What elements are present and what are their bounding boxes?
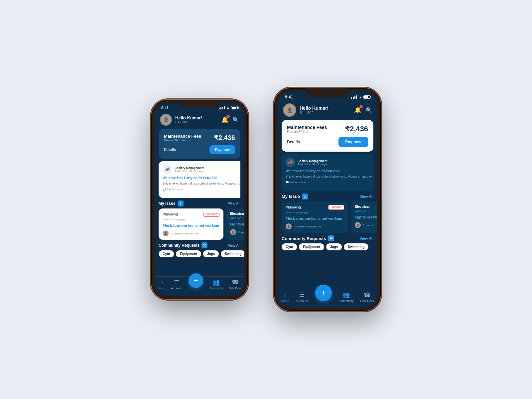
search-icon-large[interactable]: 🔍 — [365, 107, 372, 113]
battery-large — [363, 95, 370, 99]
announcement-body-1-large: This time we have a dress code of white … — [286, 175, 373, 179]
issues-icon-large: ☰ — [299, 291, 305, 299]
status-time-small: 9:41 — [161, 106, 169, 110]
issues-title-small: My Issue 2 — [159, 200, 184, 206]
issue-assignee-2-small: 👤 Rony is fi — [230, 229, 245, 235]
scroll-area-large: Maintenance Fees Due on 30th Jan ₹2,436 … — [278, 120, 377, 289]
app-header-large: 👤 Hello Kumar! B1 - 302 🔔 1 🔍 — [278, 101, 377, 120]
nav-community-small[interactable]: 👥 Community — [209, 279, 223, 290]
community-tags-large: Gym Equipment Jogs Swimming — [278, 243, 377, 250]
urgent-badge-1-small: URGENT — [203, 212, 219, 217]
fab-large[interactable]: + — [315, 285, 332, 301]
issues-view-all-small[interactable]: View All — [228, 201, 240, 205]
nav-issues-small[interactable]: ☰ All Issues — [171, 279, 182, 290]
wifi-icon-large: ▲ — [359, 95, 362, 99]
community-icon-small: 👥 — [212, 279, 220, 286]
issue-category-2-large: Electrical — [355, 205, 369, 208]
avatar-small: 👤 — [160, 114, 172, 126]
pay-button-large[interactable]: Pay now — [338, 137, 368, 147]
nav-community-large[interactable]: 👥 Community — [338, 291, 354, 303]
status-icons-large: ▲ — [351, 95, 370, 99]
tag-swimming-large[interactable]: Swimming — [344, 243, 368, 250]
tag-gym-large[interactable]: Gym — [282, 243, 297, 250]
issue-assignee-1-large: 👤 Assigned to Ramesh H — [286, 223, 344, 229]
announcement-time-1-large: Amit Saha • 32 mins ago — [298, 163, 373, 166]
issue-assignee-1-small: 👤 Assigned to Ramesh H — [163, 230, 219, 236]
issue-id-2-large: #447 • 45 min — [355, 210, 377, 213]
community-label-large: Community — [338, 299, 354, 303]
issue-title-2-large: Lights in l working. — [355, 215, 377, 219]
maintenance-card-small: Maintenance Fees Due on 30th Jan ₹2,436 … — [159, 129, 240, 159]
phone-large: 9:41 ▲ — [274, 88, 381, 311]
issue-assignee-2-large: 👤 Rony is fi — [355, 222, 377, 228]
tag-gym-small[interactable]: Gym — [159, 250, 174, 257]
screen-large: 👤 Hello Kumar! B1 - 302 🔔 1 🔍 — [278, 101, 377, 305]
nav-helpdesk-large[interactable]: ☎ Help Desk — [360, 291, 374, 303]
nav-issues-large[interactable]: ☰ All Issues — [296, 291, 309, 303]
tag-jogs-small[interactable]: Jogs — [203, 250, 219, 257]
details-button-small[interactable]: Details — [164, 148, 176, 152]
community-view-all-large[interactable]: View All — [359, 236, 373, 240]
pay-button-small[interactable]: Pay now — [209, 145, 235, 154]
tag-swimming-small[interactable]: Swimming — [221, 250, 244, 257]
announcement-comments-1-large: 💬 15 Comments — [286, 181, 373, 184]
assignee-avatar-1-small: 👤 — [163, 230, 169, 236]
community-label-small: Community — [209, 287, 223, 290]
notification-icon-large[interactable]: 🔔 1 — [354, 106, 361, 114]
issues-title-large: My Issue 2 — [282, 194, 308, 200]
assignee-avatar-2-large: 👤 — [355, 222, 361, 228]
issues-badge-small: 2 — [178, 200, 184, 206]
tag-equipment-small[interactable]: Equipment — [176, 250, 201, 257]
maintenance-due-small: Due on 30th Jan — [164, 139, 201, 142]
announcements-scroll-large: 📣 Society Management Amit Saha • 32 mins… — [282, 154, 373, 191]
community-view-all-small[interactable]: View All — [228, 244, 240, 247]
issue-id-1-small: #434 • 45 mins ago — [163, 218, 219, 221]
notification-icon-small[interactable]: 🔔 1 — [221, 116, 228, 123]
maintenance-due-large: Due on 30th Jan — [287, 130, 327, 134]
issues-scroll-large: Plumbing URGENT #434 • 45 mins ago The b… — [278, 201, 377, 233]
phone-small: 9:41 ▲ — [151, 100, 248, 299]
issue-card-1-small: Plumbing URGENT #434 • 45 mins ago The b… — [159, 208, 223, 240]
home-label-small: Home — [158, 287, 165, 290]
community-badge-small: 30 — [201, 242, 207, 248]
screen-small: 👤 Hello Kumar! B1 - 302 🔔 1 🔍 — [155, 111, 244, 292]
user-name-large: Hello Kumar! — [300, 105, 354, 111]
header-icons-small: 🔔 1 🔍 — [221, 116, 239, 123]
announcement-card-1-large: 📣 Society Management Amit Saha • 32 mins… — [282, 154, 373, 191]
home-label-large: Home — [281, 299, 289, 303]
community-tags-small: Gym Equipment Jogs Swimming — [155, 250, 244, 257]
community-title-large: Community Requests 30 — [282, 235, 334, 241]
community-icon-large: 👥 — [342, 291, 350, 299]
nav-home-small[interactable]: ⌂ Home — [158, 279, 165, 290]
search-icon-small[interactable]: 🔍 — [232, 117, 239, 123]
page-background: 9:41 ▲ — [151, 88, 381, 311]
nav-home-large[interactable]: ⌂ Home — [281, 292, 289, 303]
issues-view-all-large[interactable]: View All — [359, 195, 373, 199]
assignee-avatar-2-small: 👤 — [230, 229, 236, 235]
maintenance-amount-small: ₹2,436 — [214, 134, 235, 142]
issues-icon-small: ☰ — [174, 279, 179, 286]
issue-category-1-small: Plumbing — [163, 212, 178, 216]
bottom-nav-large: ⌂ Home ☰ All Issues + 👥 Community ☎ Hel — [278, 289, 377, 305]
issue-category-2-small: Electrical — [230, 212, 245, 215]
announcement-card-1-small: 📣 Society Management Amit Saha • 32 mins… — [159, 161, 240, 198]
nav-helpdesk-small[interactable]: ☎ Help Desk — [229, 279, 241, 290]
status-icons-small: ▲ — [219, 106, 238, 109]
fab-small[interactable]: + — [189, 273, 203, 288]
announcement-comments-1-small: 💬 15 Comments — [163, 188, 240, 191]
issue-id-1-large: #434 • 45 mins ago — [286, 211, 344, 214]
announcements-scroll-small: 📣 Society Management Amit Saha • 32 mins… — [159, 161, 240, 198]
notch-small — [180, 100, 219, 108]
details-button-large[interactable]: Details — [287, 140, 300, 144]
maintenance-amount-large: ₹2,436 — [345, 125, 368, 133]
issue-title-2-small: Lights in l working. — [230, 222, 245, 226]
maintenance-card-large: Maintenance Fees Due on 30th Jan ₹2,436 … — [282, 120, 373, 152]
tag-jogs-large[interactable]: Jogs — [326, 243, 342, 250]
helpdesk-label-large: Help Desk — [360, 299, 374, 303]
issues-section-large: My Issue 2 View All Plumbing URGE — [278, 194, 377, 233]
header-icons-large: 🔔 1 🔍 — [354, 106, 372, 114]
tag-equipment-large[interactable]: Equipment — [299, 243, 324, 250]
issues-label-small: All Issues — [171, 287, 182, 290]
battery-small — [231, 106, 238, 109]
issues-badge-large: 2 — [302, 194, 308, 200]
